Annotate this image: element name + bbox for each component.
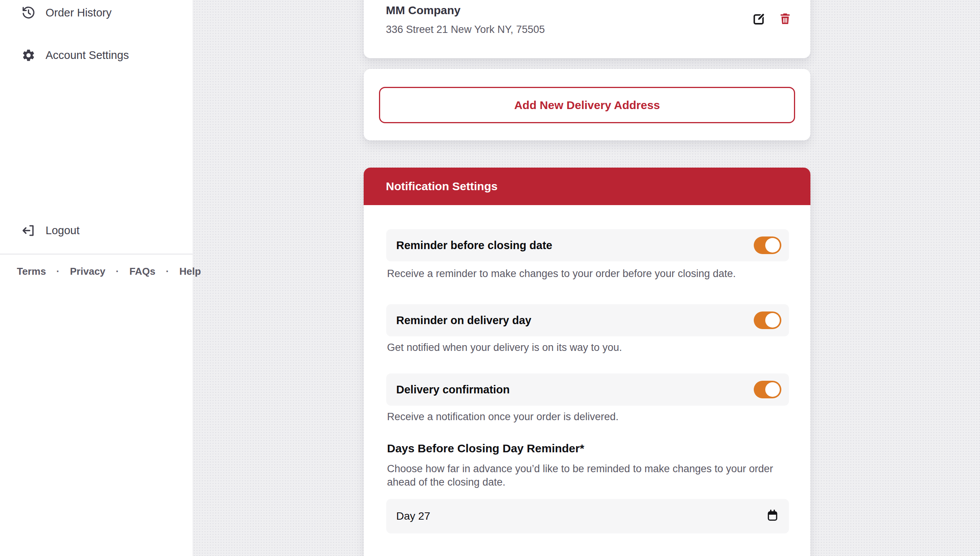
add-address-card: Add New Delivery Address — [364, 69, 810, 140]
reminder-delivery-day-toggle[interactable] — [754, 311, 781, 329]
company-name: MM Company — [386, 4, 461, 17]
toggle-row-reminder-before-closing: Reminder before closing date — [386, 229, 789, 261]
add-new-delivery-address-button[interactable]: Add New Delivery Address — [379, 87, 795, 123]
sidebar-item-label: Order History — [46, 7, 111, 19]
sidebar-item-label: Account Settings — [46, 49, 129, 62]
dot-separator: · — [116, 266, 119, 277]
toggle-description: Receive a notification once your order i… — [387, 411, 619, 423]
day-select-field[interactable]: Day 27 — [386, 499, 789, 533]
toggle-knob — [765, 382, 780, 397]
sidebar-item-account-settings[interactable]: Account Settings — [21, 46, 129, 64]
notification-settings-card: Notification Settings Reminder before cl… — [364, 168, 810, 556]
days-before-reminder-heading: Days Before Closing Day Reminder* — [387, 442, 584, 455]
sidebar-item-order-history[interactable]: Order History — [21, 4, 111, 21]
faqs-link[interactable]: FAQs — [129, 266, 155, 277]
sidebar-divider — [0, 254, 193, 254]
delete-address-button[interactable] — [778, 12, 792, 26]
reminder-before-closing-toggle[interactable] — [754, 236, 781, 254]
terms-link[interactable]: Terms — [17, 266, 46, 277]
toggle-description: Receive a reminder to make changes to yo… — [387, 268, 736, 280]
toggle-row-reminder-delivery-day: Reminder on delivery day — [386, 304, 789, 336]
toggle-row-delivery-confirmation: Delivery confirmation — [386, 373, 789, 406]
toggle-description: Get notified when your delivery is on it… — [387, 342, 622, 354]
toggle-label: Reminder on delivery day — [396, 314, 531, 327]
logout-icon — [21, 223, 36, 238]
sidebar-item-logout[interactable]: Logout — [21, 222, 80, 239]
delivery-confirmation-toggle[interactable] — [754, 381, 781, 398]
toggle-knob — [765, 238, 780, 253]
day-select-value: Day 27 — [396, 510, 430, 522]
calendar-icon — [766, 509, 779, 523]
gear-icon — [21, 48, 36, 62]
trash-icon — [778, 21, 792, 27]
sidebar: Order History Account Settings Logout — [0, 0, 193, 556]
toggle-label: Delivery confirmation — [396, 383, 510, 396]
dot-separator: · — [56, 266, 60, 277]
toggle-label: Reminder before closing date — [396, 239, 552, 252]
section-title: Notification Settings — [386, 180, 498, 193]
sidebar-item-label: Logout — [46, 224, 80, 237]
days-before-reminder-description: Choose how far in advance you’d like to … — [387, 462, 799, 489]
help-link[interactable]: Help — [180, 266, 201, 277]
company-address: 336 Street 21 New York NY, 75505 — [386, 24, 545, 36]
toggle-knob — [765, 313, 780, 328]
edit-icon — [752, 21, 766, 27]
edit-address-button[interactable] — [752, 11, 766, 26]
delivery-address-card: MM Company 336 Street 21 New York NY, 75… — [364, 0, 810, 58]
account-settings-page: Order History Account Settings Logout — [0, 0, 980, 556]
dot-separator: · — [166, 266, 169, 277]
history-icon — [21, 6, 36, 20]
privacy-link[interactable]: Privacy — [70, 266, 106, 277]
notification-settings-header: Notification Settings — [364, 168, 810, 205]
sidebar-footer-links: Terms · Privacy · FAQs · Help — [17, 266, 201, 277]
